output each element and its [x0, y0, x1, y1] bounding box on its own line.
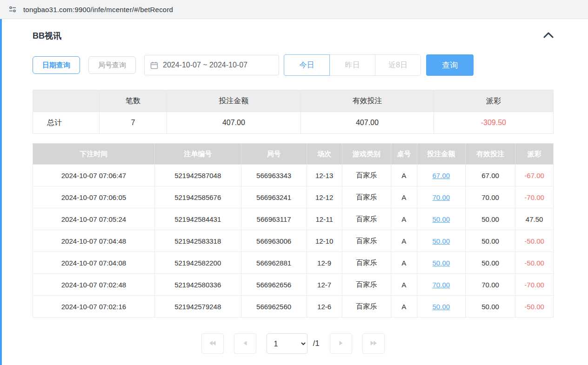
cell-round-id: 566963241: [241, 186, 307, 208]
cell-game-type: 百家乐: [342, 296, 391, 318]
chevron-right-icon: [338, 339, 344, 348]
quick-date-group: 今日 昨日 近8日: [284, 54, 421, 76]
cell-session: 12-11: [307, 208, 342, 230]
calendar-icon: [150, 61, 158, 69]
tab-date-query[interactable]: 日期查询: [33, 56, 80, 74]
cell-valid-bet: 50.00: [465, 296, 515, 318]
bet-record-table: 下注时间 注单编号 局号 场次 游戏类别 桌号 投注金额 有效投注 派彩 202…: [33, 143, 554, 318]
cell-session: 12-13: [307, 165, 342, 186]
summary-header-count: 笔数: [100, 90, 167, 112]
cell-bet-amount-link[interactable]: 50.00: [417, 296, 465, 318]
header-bet-amount: 投注金额: [417, 144, 465, 165]
quick-last8days-button[interactable]: 近8日: [375, 54, 421, 76]
cell-order-id: 521942584431: [154, 208, 241, 230]
cell-bet-time: 2024-10-07 07:04:48: [33, 230, 155, 252]
cell-game-type: 百家乐: [342, 252, 391, 274]
cell-payout: -67.00: [515, 165, 554, 186]
cell-valid-bet: 67.00: [465, 165, 515, 186]
cell-game-type: 百家乐: [342, 186, 391, 208]
cell-round-id: 566962656: [241, 274, 307, 296]
first-page-button[interactable]: [201, 333, 224, 354]
cell-order-id: 521942583318: [154, 230, 241, 252]
chevron-left-icon: [242, 339, 248, 348]
summary-total-bet-amount: 407.00: [167, 112, 301, 134]
cell-session: 12-7: [307, 274, 342, 296]
site-settings-icon[interactable]: [7, 4, 18, 14]
prev-page-button[interactable]: [234, 333, 256, 354]
cell-valid-bet: 50.00: [465, 208, 515, 230]
cell-game-type: 百家乐: [342, 230, 391, 252]
table-row: 2024-10-07 07:02:48521942580336566962656…: [33, 274, 554, 296]
cell-game-type: 百家乐: [342, 165, 391, 186]
cell-payout: -50.00: [515, 252, 554, 274]
cell-session: 12-10: [307, 230, 342, 252]
bet-record-page: BB视讯 日期查询 局号查询: [0, 19, 588, 365]
cell-bet-amount-link[interactable]: 50.00: [417, 252, 465, 274]
cell-bet-time: 2024-10-07 07:02:48: [33, 274, 155, 296]
header-valid-bet: 有效投注: [465, 144, 515, 165]
table-row: 2024-10-07 07:04:48521942583318566963006…: [33, 230, 554, 252]
cell-bet-amount-link[interactable]: 70.00: [417, 274, 465, 296]
cell-valid-bet: 70.00: [465, 274, 515, 296]
table-row: 2024-10-07 07:04:08521942582200566962881…: [33, 252, 554, 274]
table-row: 2024-10-07 07:02:16521942579248566962560…: [33, 296, 554, 318]
cell-session: 12-9: [307, 252, 342, 274]
table-header-row: 下注时间 注单编号 局号 场次 游戏类别 桌号 投注金额 有效投注 派彩: [33, 144, 554, 165]
header-round-id: 局号: [241, 144, 307, 165]
cell-bet-amount-link[interactable]: 67.00: [417, 165, 465, 186]
quick-yesterday-button[interactable]: 昨日: [329, 54, 375, 76]
cell-bet-amount-link[interactable]: 50.00: [417, 230, 465, 252]
last-page-button[interactable]: [362, 333, 385, 354]
cell-bet-time: 2024-10-07 07:04:08: [33, 252, 155, 274]
summary-header-row: 笔数 投注金额 有效投注 派彩: [33, 90, 554, 112]
cell-table-no: A: [391, 165, 417, 186]
double-chevron-left-icon: [208, 339, 217, 348]
double-chevron-right-icon: [369, 339, 378, 348]
cell-game-type: 百家乐: [342, 274, 391, 296]
chevron-up-icon: [543, 32, 554, 40]
summary-total-label: 总计: [33, 112, 100, 134]
date-range-value[interactable]: 2024-10-07 ~ 2024-10-07: [163, 61, 247, 69]
date-range-input[interactable]: 2024-10-07 ~ 2024-10-07: [144, 55, 279, 75]
cell-order-id: 521942585676: [154, 186, 241, 208]
header-payout: 派彩: [515, 144, 554, 165]
cell-order-id: 521942579248: [154, 296, 241, 318]
collapse-panel-button[interactable]: [543, 32, 554, 40]
header-order-id: 注单编号: [154, 144, 241, 165]
cell-payout: -50.00: [515, 230, 554, 252]
summary-header-payout: 派彩: [434, 90, 553, 112]
cell-table-no: A: [391, 252, 417, 274]
cell-table-no: A: [391, 274, 417, 296]
browser-url-bar[interactable]: tongbao31.com:9900/infe/mcenter/#/betRec…: [0, 0, 588, 19]
quick-today-button[interactable]: 今日: [284, 54, 330, 76]
cell-bet-amount-link[interactable]: 50.00: [417, 208, 465, 230]
cell-bet-time: 2024-10-07 07:02:16: [33, 296, 155, 318]
next-page-button[interactable]: [330, 333, 352, 354]
page-title: BB视讯: [33, 30, 61, 41]
page-total-label: /1: [313, 339, 319, 348]
tab-round-query[interactable]: 局号查询: [88, 56, 136, 74]
table-row: 2024-10-07 07:05:24521942584431566963117…: [33, 208, 554, 230]
summary-header-blank: [33, 90, 100, 112]
cell-bet-amount-link[interactable]: 70.00: [417, 186, 465, 208]
filter-row: 日期查询 局号查询 2024-10-07 ~ 2024-10-07 今日 昨日 …: [33, 54, 554, 76]
cell-game-type: 百家乐: [342, 208, 391, 230]
cell-bet-time: 2024-10-07 07:06:47: [33, 165, 155, 186]
search-button[interactable]: 查询: [426, 54, 474, 76]
cell-session: 12-6: [307, 296, 342, 318]
summary-header-bet-amount: 投注金额: [167, 90, 301, 112]
cell-table-no: A: [391, 186, 417, 208]
url-text[interactable]: tongbao31.com:9900/infe/mcenter/#/betRec…: [23, 6, 173, 13]
cell-table-no: A: [391, 230, 417, 252]
table-row: 2024-10-07 07:06:47521942587048566963343…: [33, 165, 554, 186]
cell-valid-bet: 50.00: [465, 252, 515, 274]
cell-round-id: 566962881: [241, 252, 307, 274]
cell-table-no: A: [391, 296, 417, 318]
cell-order-id: 521942587048: [154, 165, 241, 186]
header-session: 场次: [307, 144, 342, 165]
summary-total-count: 7: [100, 112, 167, 134]
cell-bet-time: 2024-10-07 07:05:24: [33, 208, 155, 230]
header-table-no: 桌号: [391, 144, 417, 165]
page-select[interactable]: 1: [267, 333, 307, 354]
cell-round-id: 566962560: [241, 296, 307, 318]
